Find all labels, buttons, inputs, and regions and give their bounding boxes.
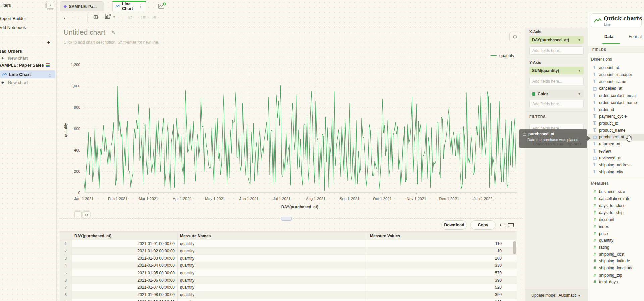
field-label: account_id: [599, 65, 619, 70]
measure-item-days_to_ship[interactable]: #days_to_ship: [588, 209, 644, 216]
dimension-item-reviewed_at[interactable]: reviewed_at: [588, 155, 644, 162]
text-type-icon: T: [592, 163, 597, 167]
quick-charts-title: Quick charts: [604, 15, 642, 22]
number-type-icon: #: [592, 273, 597, 278]
field-label: product_id: [599, 121, 618, 126]
text-type-icon: T: [592, 170, 597, 174]
fields-divider: [588, 177, 644, 177]
field-label: account_name: [599, 79, 626, 84]
dimension-item-account_id[interactable]: Taccount_id: [588, 64, 644, 71]
calculated-field-icon: =: [594, 280, 596, 284]
dimension-item-payment_cycle[interactable]: Tpayment_cycle: [588, 113, 644, 120]
number-type-icon: #: [592, 238, 597, 243]
active-tab-underline: [602, 43, 620, 44]
quick-charts-line-icon: [594, 17, 602, 25]
field-label: index: [599, 224, 609, 229]
measure-item-shipping_zip[interactable]: #shipping_zip: [588, 272, 644, 279]
dimension-item-account_name[interactable]: Taccount_name: [588, 78, 644, 85]
calendar-icon: [523, 132, 526, 136]
dimension-item-order_id[interactable]: Torder_id: [588, 106, 644, 113]
field-label: days_to_ship: [599, 210, 623, 215]
field-label: shipping_cost: [599, 252, 624, 257]
text-type-icon: T: [592, 100, 597, 105]
field-label: shipping_longitude: [599, 266, 634, 270]
measures-label: Measures: [591, 181, 609, 186]
quick-charts-card[interactable]: Quick charts Line: [591, 13, 642, 27]
field-label: purchased_at: [599, 135, 624, 139]
number-type-icon: #: [592, 189, 597, 194]
quick-charts-subtitle: Line: [604, 22, 611, 26]
field-label: reviewed_at: [599, 156, 621, 160]
dimension-item-review[interactable]: Treview: [588, 147, 644, 155]
measure-item-discount[interactable]: #discount: [588, 216, 644, 223]
number-type-icon: #: [592, 266, 597, 270]
field-drag-tooltip: purchased_at Date the purchase was place…: [519, 129, 587, 148]
field-label: cancelled_at: [599, 86, 622, 91]
field-label: order_contact_email: [599, 93, 636, 98]
text-type-icon: T: [592, 114, 597, 119]
field-label: business_size: [599, 189, 625, 194]
number-type-icon: #: [592, 245, 597, 250]
measure-item-shipping_longitude[interactable]: #shipping_longitude: [588, 265, 644, 272]
field-label: account_manager: [599, 72, 632, 77]
field-label: rating: [599, 245, 609, 250]
field-label: payment_cycle: [599, 114, 627, 119]
measure-item-index[interactable]: #index: [588, 223, 644, 230]
field-label: total_days: [599, 280, 618, 284]
dimension-item-shipping_city[interactable]: Tshipping_city: [588, 169, 644, 176]
dimension-item-order_contact_email[interactable]: Torder_contact_email: [588, 92, 644, 99]
number-type-icon: #: [592, 203, 597, 208]
dimension-item-returned_at[interactable]: Treturned_at: [588, 141, 644, 148]
field-label: returned_at: [599, 142, 620, 146]
measure-item-shipping_latitude[interactable]: #shipping_latitude: [588, 258, 644, 265]
measure-item-shipping_cost[interactable]: #shipping_cost: [588, 251, 644, 258]
measure-item-days_to_close[interactable]: #days_to_close: [588, 202, 644, 209]
fields-section-header: FIELDS: [588, 46, 644, 53]
text-type-icon: T: [592, 79, 597, 84]
number-type-icon: #: [592, 217, 597, 222]
dimension-item-account_manager[interactable]: Taccount_manager: [588, 71, 644, 78]
field-label: order_id: [599, 107, 614, 112]
text-type-icon: T: [592, 72, 597, 77]
number-type-icon: #: [592, 210, 597, 215]
dimension-item-purchased_at[interactable]: purchased_at: [588, 134, 644, 141]
date-type-icon: [592, 87, 597, 91]
field-label: product_name: [599, 128, 626, 133]
tab-data[interactable]: Data: [604, 34, 613, 39]
measure-item-quantity[interactable]: #quantity: [588, 237, 644, 244]
number-type-icon: #: [592, 259, 597, 263]
date-type-icon: [592, 135, 597, 139]
measure-item-rating[interactable]: #rating: [588, 244, 644, 251]
tab-format[interactable]: Format: [629, 34, 642, 39]
field-label: shipping_latitude: [599, 259, 630, 263]
dimension-item-cancelled_at[interactable]: cancelled_at: [588, 85, 644, 92]
text-type-icon: T: [592, 93, 597, 98]
dimension-item-shipping_address[interactable]: Tshipping_address: [588, 162, 644, 169]
field-label: shipping_zip: [599, 273, 622, 278]
text-type-icon: T: [592, 149, 597, 154]
measure-item-total_days[interactable]: =#total_days: [588, 279, 644, 286]
measure-item-price[interactable]: #price: [588, 230, 644, 237]
fields-panel: Quick charts Line Data Format FIELDS Dim…: [0, 0, 644, 301]
dimension-item-product_id[interactable]: Tproduct_id: [588, 120, 644, 127]
tooltip-field-name: purchased_at: [528, 132, 554, 136]
measure-item-business_size[interactable]: #business_size: [588, 188, 644, 195]
tooltip-field-description: Date the purchase was placed: [527, 138, 578, 142]
field-label: review: [599, 149, 611, 154]
text-type-icon: T: [592, 128, 597, 133]
field-label: shipping_city: [599, 170, 623, 174]
number-type-icon: #: [592, 224, 597, 229]
date-type-icon: [592, 156, 597, 160]
text-type-icon: T: [592, 107, 597, 112]
field-label: quantity: [599, 238, 613, 243]
dimension-item-product_name[interactable]: Tproduct_name: [588, 127, 644, 134]
field-label: shipping_address: [599, 163, 631, 167]
number-type-icon: #: [592, 252, 597, 257]
dimension-item-order_contact_name[interactable]: Torder_contact_name: [588, 99, 644, 106]
field-label: order_contact_name: [599, 100, 637, 105]
measure-item-cancellation_rate[interactable]: =#cancellation_rate: [588, 195, 644, 202]
text-type-icon: T: [592, 121, 597, 126]
calculated-field-icon: =: [594, 197, 596, 201]
dimensions-label: Dimensions: [591, 57, 612, 62]
tooltip-arrow: [587, 136, 591, 141]
